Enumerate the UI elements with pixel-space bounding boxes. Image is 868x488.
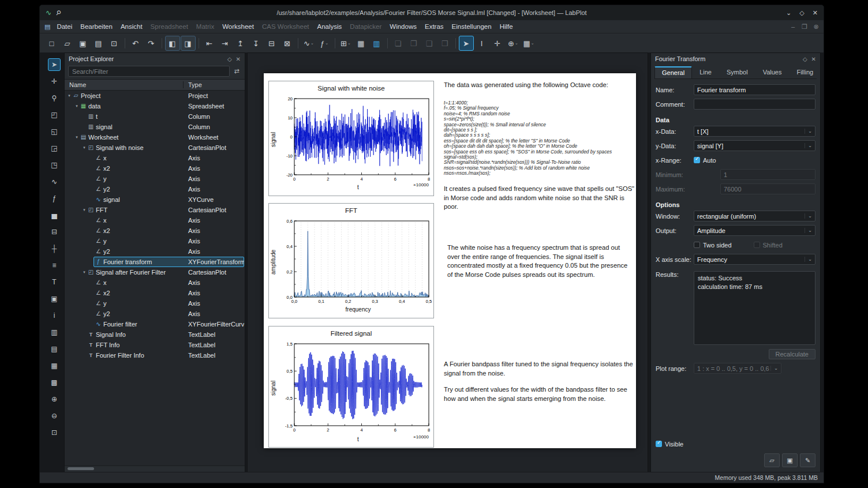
output-select[interactable]: Amplitude⌄ bbox=[694, 225, 815, 236]
tree-row[interactable]: ▥ signal Column bbox=[65, 122, 245, 132]
tree-row[interactable]: T Signal Info TextLabel bbox=[65, 329, 245, 340]
toolbar-button[interactable]: □ bbox=[44, 36, 59, 51]
close-icon[interactable]: ✕ bbox=[813, 9, 818, 17]
toolbar-button[interactable]: ◨ bbox=[181, 36, 196, 51]
toolbar-button[interactable]: ∿⌄ bbox=[301, 36, 316, 51]
toolbar-button[interactable]: ➤ bbox=[459, 36, 474, 51]
properties-tab[interactable]: Values bbox=[755, 66, 790, 78]
toolbar-button[interactable]: ❏ bbox=[391, 36, 406, 51]
tree-row[interactable]: ∠ y2 Axis bbox=[65, 246, 245, 257]
tree-row[interactable]: ∠ y Axis bbox=[65, 298, 245, 309]
worksheet-view[interactable]: Signal with white noise signal 02468-20-… bbox=[247, 52, 648, 472]
worksheet-tool-button[interactable]: ✛ bbox=[48, 75, 61, 88]
menu-item[interactable]: Extras bbox=[421, 22, 448, 31]
toolbar-button[interactable]: ⇤ bbox=[202, 36, 217, 51]
tree-row[interactable]: ∠ x2 Axis bbox=[65, 163, 245, 174]
menu-item[interactable]: Worksheet bbox=[218, 22, 258, 31]
xdata-select[interactable]: t [X]⌄ bbox=[694, 126, 815, 137]
worksheet-tool-button[interactable]: i bbox=[48, 309, 61, 322]
auto-checkbox[interactable] bbox=[694, 157, 700, 163]
properties-tab[interactable]: Symbol bbox=[719, 66, 755, 78]
menu-item[interactable]: Datei bbox=[53, 22, 76, 31]
menu-item[interactable]: Einstellungen bbox=[448, 22, 496, 31]
tree-row[interactable]: ∠ x Axis bbox=[65, 277, 245, 288]
tree-row[interactable]: ƒ Fourier transform XYFourierTransformCu… bbox=[65, 257, 245, 267]
mdi-window-button[interactable]: – bbox=[789, 23, 797, 31]
tree-row[interactable]: ▾ ▱ Project Project bbox=[65, 91, 245, 101]
tree-row[interactable]: ∿ Fourier filter XYFourierFilterCurve bbox=[65, 319, 245, 329]
toolbar-button[interactable]: ❒ bbox=[437, 36, 452, 51]
ydata-select[interactable]: signal [Y]⌄ bbox=[694, 140, 815, 151]
worksheet-tool-button[interactable]: ◲ bbox=[48, 142, 61, 155]
toolbar-button[interactable]: ✛ bbox=[490, 36, 505, 51]
tree-row[interactable]: ▥ t Column bbox=[65, 111, 245, 122]
plot-filtered-signal[interactable]: Filtered signal signal 02468-1,5-0,50,51… bbox=[268, 326, 434, 448]
worksheet-tool-button[interactable]: ≡ bbox=[48, 259, 61, 272]
template-button[interactable]: ▣ bbox=[782, 453, 798, 467]
toolbar-button[interactable]: I bbox=[474, 36, 489, 51]
toolbar-button[interactable]: ƒ⌄ bbox=[317, 36, 332, 51]
xscale-select[interactable]: Frequency⌄ bbox=[694, 254, 815, 265]
minimize-icon[interactable]: ⌄ bbox=[786, 9, 791, 17]
toolbar-button[interactable]: ↷ bbox=[144, 36, 159, 51]
menu-item[interactable]: Spreadsheet bbox=[147, 22, 192, 31]
menu-item[interactable]: CAS Worksheet bbox=[258, 22, 313, 31]
maximize-icon[interactable]: ◇ bbox=[799, 9, 804, 17]
plot-signal-with-noise[interactable]: Signal with white noise signal 02468-20-… bbox=[268, 81, 434, 196]
name-field[interactable] bbox=[694, 84, 815, 95]
toolbar-button[interactable]: ↶ bbox=[128, 36, 143, 51]
toolbar-button[interactable]: ↧ bbox=[249, 36, 264, 51]
tree-row[interactable]: ∠ y2 Axis bbox=[65, 309, 245, 319]
toolbar-button[interactable]: ⊞⌄ bbox=[338, 36, 353, 51]
tree-row[interactable]: T FFT Info TextLabel bbox=[65, 340, 245, 350]
worksheet-tool-button[interactable]: ▩ bbox=[48, 376, 61, 389]
template-button[interactable]: ✎ bbox=[800, 453, 815, 467]
tree-row[interactable]: ∿ signal XYCurve bbox=[65, 194, 245, 205]
properties-tab[interactable]: Line bbox=[692, 66, 719, 78]
toolbar-button[interactable]: ↥ bbox=[233, 36, 248, 51]
window-select[interactable]: rectangular (uniform)⌄ bbox=[694, 211, 815, 222]
close-dock-icon[interactable]: ✕ bbox=[811, 56, 816, 62]
toolbar-button[interactable]: ⊡ bbox=[107, 36, 122, 51]
worksheet-tool-button[interactable]: ⊖ bbox=[48, 410, 61, 422]
close-dock-icon[interactable]: ✕ bbox=[236, 56, 241, 62]
float-dock-icon[interactable]: ◇ bbox=[227, 56, 232, 62]
tree-row[interactable]: ∠ x2 Axis bbox=[65, 288, 245, 298]
toolbar-button[interactable]: ▣ bbox=[76, 36, 91, 51]
expand-arrow-icon[interactable]: ▾ bbox=[81, 267, 87, 277]
expand-arrow-icon[interactable]: ▾ bbox=[66, 91, 72, 101]
worksheet-tool-button[interactable]: ⊕ bbox=[48, 393, 61, 406]
expand-arrow-icon[interactable]: ▾ bbox=[81, 142, 87, 153]
properties-tab[interactable]: General bbox=[654, 66, 692, 78]
tree-row[interactable]: ▾ ◰ FFT CartesianPlot bbox=[65, 205, 245, 215]
worksheet-tool-button[interactable]: ▅ bbox=[48, 209, 61, 222]
worksheet-tool-button[interactable]: ⊟ bbox=[48, 226, 61, 238]
plot-fft[interactable]: FFT amplitude 0,00,10,20,30,40,50,00,20,… bbox=[268, 203, 434, 318]
worksheet-tool-button[interactable]: T bbox=[48, 276, 61, 288]
toolbar-button[interactable]: ❑ bbox=[422, 36, 437, 51]
expand-arrow-icon[interactable]: ▾ bbox=[74, 132, 80, 142]
worksheet-tool-button[interactable]: ▥ bbox=[48, 326, 61, 339]
toolbar-button[interactable]: ▱ bbox=[60, 36, 75, 51]
mdi-window-button[interactable]: ❐ bbox=[800, 23, 809, 31]
worksheet-tool-button[interactable]: ◱ bbox=[48, 125, 61, 138]
tree-header[interactable]: Name Type bbox=[65, 79, 245, 91]
worksheet-tool-button[interactable]: ◰ bbox=[48, 108, 61, 121]
menu-item[interactable]: Ansicht bbox=[117, 22, 147, 31]
menu-item[interactable]: Hilfe bbox=[496, 22, 517, 31]
worksheet-tool-button[interactable]: ▣ bbox=[48, 292, 61, 305]
tree-row[interactable]: ▾ ◰ Signal after Fourier Filter Cartesia… bbox=[65, 267, 245, 277]
toolbar-button[interactable]: ⊟ bbox=[264, 36, 279, 51]
toolbar-button[interactable]: ⊠ bbox=[280, 36, 295, 51]
worksheet-tool-button[interactable]: ▤ bbox=[48, 343, 61, 355]
filter-options-icon[interactable]: ⇄ bbox=[232, 67, 241, 75]
tree-row[interactable]: ∠ y Axis bbox=[65, 236, 245, 246]
worksheet-page[interactable]: Signal with white noise signal 02468-20-… bbox=[264, 73, 636, 448]
tree-row[interactable]: T Fourier Filter Info TextLabel bbox=[65, 350, 245, 361]
toolbar-button[interactable]: ◧ bbox=[165, 36, 180, 51]
worksheet-tool-button[interactable]: ▦ bbox=[48, 359, 61, 372]
tree-row[interactable]: ∠ y Axis bbox=[65, 174, 245, 184]
menu-item[interactable]: Analysis bbox=[313, 22, 346, 31]
toolbar-button[interactable]: ❐ bbox=[406, 36, 421, 51]
recalculate-button[interactable]: Recalculate bbox=[769, 349, 815, 359]
